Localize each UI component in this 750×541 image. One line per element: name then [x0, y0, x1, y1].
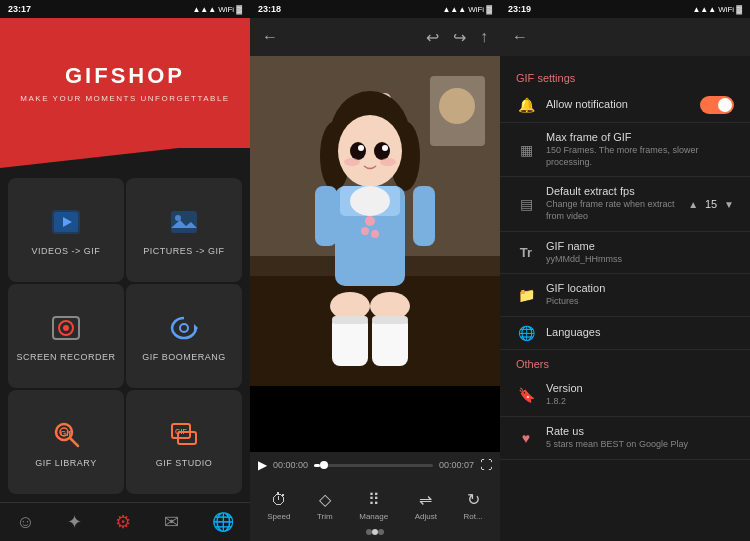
svg-rect-47 — [372, 316, 408, 324]
rateus-sub: 5 stars mean BEST on Google Play — [546, 439, 734, 451]
redo-icon[interactable]: ↪ — [453, 28, 466, 47]
svg-point-9 — [180, 324, 188, 332]
status-icons-2: ▲▲▲ WiFi ▓ — [442, 5, 492, 14]
gifname-sub: yyMMdd_HHmmss — [546, 254, 734, 266]
svg-rect-40 — [413, 186, 435, 246]
tool-rotate[interactable]: ↻ Rot... — [464, 490, 483, 521]
languages-title: Languages — [546, 326, 734, 338]
gif-studio-icon: GIF — [166, 416, 202, 452]
svg-point-49 — [361, 227, 369, 235]
settings-item-giflocation[interactable]: 📁 GIF location Pictures — [500, 274, 750, 317]
grid-item-pictures-gif[interactable]: PICTURES -> GIF — [126, 178, 242, 282]
svg-rect-3 — [171, 211, 197, 233]
svg-rect-39 — [315, 186, 337, 246]
speed-label: Speed — [267, 512, 290, 521]
status-bar-1: 23:17 ▲▲▲ WiFi ▓ — [0, 0, 250, 18]
maxframe-title: Max frame of GIF — [546, 131, 734, 143]
back-icon[interactable]: ← — [262, 28, 278, 46]
pagination-dots — [250, 525, 500, 541]
fps-increase[interactable]: ▼ — [724, 199, 734, 210]
signal-icon-3: ▲▲▲ — [692, 5, 716, 14]
editor-tools: ⏱ Speed ◇ Trim ⠿ Manage ⇌ Adjust ↻ Rot..… — [250, 482, 500, 525]
screen-recorder-label: SCREEN RECORDER — [16, 352, 115, 362]
video-controls: ▶ 00:00:00 00:00:07 ⛶ — [250, 452, 500, 482]
wifi-icon: WiFi — [218, 5, 234, 14]
signal-icon: ▲▲▲ — [192, 5, 216, 14]
languages-icon: 🌐 — [516, 325, 536, 341]
panel-editor: 23:18 ▲▲▲ WiFi ▓ ← ↩ ↪ ↑ — [250, 0, 500, 541]
settings-item-rateus[interactable]: ♥ Rate us 5 stars mean BEST on Google Pl… — [500, 417, 750, 460]
rateus-icon: ♥ — [516, 430, 536, 446]
version-icon: 🔖 — [516, 387, 536, 403]
svg-point-34 — [382, 145, 388, 151]
tool-trim[interactable]: ◇ Trim — [317, 490, 333, 521]
grid-item-screen-recorder[interactable]: SCREEN RECORDER — [8, 284, 124, 388]
maxframe-icon: ▦ — [516, 142, 536, 158]
fps-content: Default extract fps Change frame rate wh… — [546, 185, 678, 222]
svg-point-41 — [350, 186, 390, 216]
settings-item-gifname[interactable]: Tr GIF name yyMMdd_HHmmss — [500, 232, 750, 275]
progress-thumb — [320, 461, 328, 469]
nav-emoji[interactable]: ☺ — [16, 512, 34, 533]
play-button[interactable]: ▶ — [258, 458, 267, 472]
manage-icon: ⠿ — [368, 490, 380, 509]
giflocation-icon: 📁 — [516, 287, 536, 303]
tool-manage[interactable]: ⠿ Manage — [359, 490, 388, 521]
notification-toggle[interactable] — [700, 96, 734, 114]
settings-item-fps[interactable]: ▤ Default extract fps Change frame rate … — [500, 177, 750, 231]
svg-point-43 — [370, 292, 410, 320]
tool-adjust[interactable]: ⇌ Adjust — [415, 490, 437, 521]
status-bar-2: 23:18 ▲▲▲ WiFi ▓ — [250, 0, 500, 18]
settings-item-version[interactable]: 🔖 Version 1.8.2 — [500, 374, 750, 417]
battery-icon-2: ▓ — [486, 5, 492, 14]
gifname-content: GIF name yyMMdd_HHmmss — [546, 240, 734, 266]
undo-icon[interactable]: ↩ — [426, 28, 439, 47]
fps-decrease[interactable]: ▲ — [688, 199, 698, 210]
fps-icon: ▤ — [516, 196, 536, 212]
grid-item-gif-boomerang[interactable]: GIF BOOMERANG — [126, 284, 242, 388]
rateus-title: Rate us — [546, 425, 734, 437]
svg-text:GIF: GIF — [60, 429, 73, 438]
tool-speed[interactable]: ⏱ Speed — [267, 491, 290, 521]
notification-title: Allow notification — [546, 98, 690, 110]
progress-bar-container: ▶ 00:00:00 00:00:07 ⛶ — [258, 458, 492, 472]
trim-icon: ◇ — [319, 490, 331, 509]
nav-mail[interactable]: ✉ — [164, 511, 179, 533]
fullscreen-button[interactable]: ⛶ — [480, 458, 492, 472]
gif-boomerang-icon — [166, 310, 202, 346]
bottom-nav: ☺ ✦ ⚙ ✉ 🌐 — [0, 502, 250, 541]
svg-point-35 — [344, 158, 360, 166]
svg-point-33 — [358, 145, 364, 151]
version-content: Version 1.8.2 — [546, 382, 734, 408]
manage-label: Manage — [359, 512, 388, 521]
app-subtitle: MAKE YOUR MOMENTS UNFORGETTABLE — [20, 94, 229, 103]
notification-content: Allow notification — [546, 98, 690, 112]
fps-stepper: ▲ 15 ▼ — [688, 198, 734, 210]
progress-track[interactable] — [314, 464, 433, 467]
adjust-label: Adjust — [415, 512, 437, 521]
section-title-others: Others — [500, 350, 750, 374]
grid-item-gif-studio[interactable]: GIF GIF STUDIO — [126, 390, 242, 494]
nav-globe[interactable]: 🌐 — [212, 511, 234, 533]
settings-item-notification[interactable]: 🔔 Allow notification — [500, 88, 750, 123]
trim-label: Trim — [317, 512, 333, 521]
videos-gif-icon — [48, 204, 84, 240]
panel-settings: 23:19 ▲▲▲ WiFi ▓ ← GIF settings 🔔 Allow … — [500, 0, 750, 541]
settings-item-maxframe[interactable]: ▦ Max frame of GIF 150 Frames. The more … — [500, 123, 750, 177]
time-end: 00:00:07 — [439, 460, 474, 470]
grid-item-videos-gif[interactable]: VIDEOS -> GIF — [8, 178, 124, 282]
nav-settings[interactable]: ⚙ — [115, 511, 131, 533]
settings-item-languages[interactable]: 🌐 Languages — [500, 317, 750, 350]
notification-right — [700, 96, 734, 114]
nav-star[interactable]: ✦ — [67, 511, 82, 533]
settings-back-icon[interactable]: ← — [512, 28, 528, 46]
video-preview — [250, 56, 500, 452]
giflocation-sub: Pictures — [546, 296, 734, 308]
rotate-icon: ↻ — [467, 490, 480, 509]
settings-content: GIF settings 🔔 Allow notification ▦ Max … — [500, 56, 750, 541]
svg-point-42 — [330, 292, 370, 320]
svg-point-22 — [439, 88, 475, 124]
app-title: GIFSHOP — [65, 63, 185, 89]
upload-icon[interactable]: ↑ — [480, 28, 488, 47]
grid-item-gif-library[interactable]: GIF GIF LIBRARY — [8, 390, 124, 494]
